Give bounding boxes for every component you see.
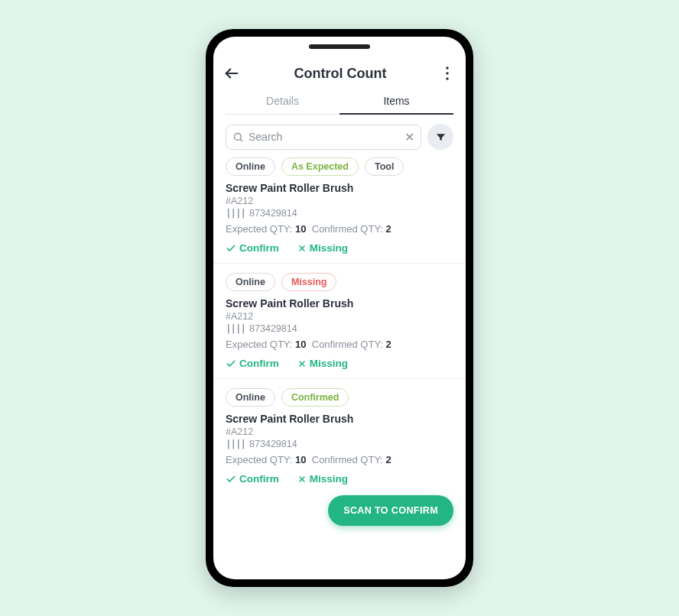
x-icon [297,244,307,253]
expected-qty-value: 10 [295,223,306,235]
chip-row: OnlineAs ExpectedTool [226,157,453,176]
scan-to-confirm-button[interactable]: SCAN TO CONFIRM [328,495,453,526]
tab-items[interactable]: Items [340,87,453,114]
barcode-icon: |||| [226,207,245,219]
svg-point-2 [446,72,448,74]
search-row: ✕ [213,115,466,157]
missing-action[interactable]: Missing [297,473,348,485]
check-icon [226,474,236,485]
confirmed-qty-label: Confirmed QTY: [312,454,386,465]
qty-row: Expected QTY: 10 Confirmed QTY: 2 [226,339,453,350]
status-chip[interactable]: As Expected [281,157,359,176]
svg-point-4 [235,133,242,140]
barcode-value: 873429814 [249,439,297,449]
confirmed-qty-label: Confirmed QTY: [312,223,386,235]
missing-label: Missing [310,473,348,485]
search-box[interactable]: ✕ [226,125,421,150]
search-input[interactable] [249,131,400,143]
status-chip[interactable]: Missing [281,273,337,291]
check-icon [226,243,236,254]
item-name: Screw Paint Roller Brush [226,182,453,194]
status-chip[interactable]: Tool [365,157,404,176]
tab-details[interactable]: Details [226,87,340,114]
confirmed-qty-value: 2 [386,339,391,350]
back-arrow-icon[interactable] [223,64,241,83]
status-chip[interactable]: Confirmed [281,388,349,407]
confirm-label: Confirm [239,473,279,485]
expected-qty-label: Expected QTY: [226,454,295,465]
barcode-value: 873429814 [249,323,297,334]
svg-point-1 [446,66,448,69]
tab-bar: Details Items [226,87,453,115]
expected-qty-label: Expected QTY: [226,339,295,350]
confirm-action[interactable]: Confirm [226,242,279,254]
check-icon [226,358,236,369]
clear-icon[interactable]: ✕ [404,130,414,144]
chip-row: OnlineMissing [226,273,453,291]
missing-label: Missing [310,358,348,369]
x-icon [297,359,307,368]
status-chip[interactable]: Online [226,157,275,176]
more-menu-icon[interactable] [440,66,455,80]
item-code: #A212 [226,196,453,206]
item-name: Screw Paint Roller Brush [226,297,453,310]
chip-row: OnlineConfirmed [226,388,453,407]
action-row: ConfirmMissing [226,358,453,369]
confirmed-qty-label: Confirmed QTY: [312,339,386,350]
action-row: ConfirmMissing [226,473,453,485]
list-item: OnlineAs ExpectedToolScrew Paint Roller … [213,157,466,264]
confirm-label: Confirm [239,358,279,369]
list-item: OnlineMissingScrew Paint Roller Brush#A2… [213,273,466,379]
expected-qty-value: 10 [295,339,306,350]
status-chip[interactable]: Online [226,388,275,407]
svg-point-3 [446,77,448,79]
missing-action[interactable]: Missing [297,358,348,369]
missing-action[interactable]: Missing [297,242,348,254]
search-icon [232,131,244,143]
confirm-action[interactable]: Confirm [226,473,279,485]
list-item: OnlineConfirmedScrew Paint Roller Brush#… [213,388,466,494]
page-title: Control Count [241,66,440,82]
app-bar: Control Count [213,58,466,87]
barcode-row: ||||873429814 [226,438,453,449]
expected-qty-value: 10 [295,454,306,465]
status-chip[interactable]: Online [226,273,275,291]
confirm-label: Confirm [239,242,279,254]
filter-icon [435,131,447,143]
item-code: #A212 [226,426,453,437]
barcode-row: ||||873429814 [226,323,453,334]
confirm-action[interactable]: Confirm [226,358,279,369]
item-name: Screw Paint Roller Brush [226,413,453,425]
action-row: ConfirmMissing [226,242,453,254]
barcode-value: 873429814 [249,208,297,219]
barcode-row: ||||873429814 [226,207,453,219]
item-code: #A212 [226,311,453,322]
qty-row: Expected QTY: 10 Confirmed QTY: 2 [226,454,453,465]
barcode-icon: |||| [226,438,245,449]
x-icon [297,475,307,484]
phone-frame: Control Count Details Items ✕ OnlineAs E… [206,29,473,587]
svg-line-5 [240,139,242,141]
missing-label: Missing [310,242,348,254]
confirmed-qty-value: 2 [386,454,391,465]
filter-button[interactable] [427,124,453,150]
barcode-icon: |||| [226,323,245,334]
expected-qty-label: Expected QTY: [226,223,295,235]
confirmed-qty-value: 2 [386,223,391,235]
qty-row: Expected QTY: 10 Confirmed QTY: 2 [226,223,453,235]
